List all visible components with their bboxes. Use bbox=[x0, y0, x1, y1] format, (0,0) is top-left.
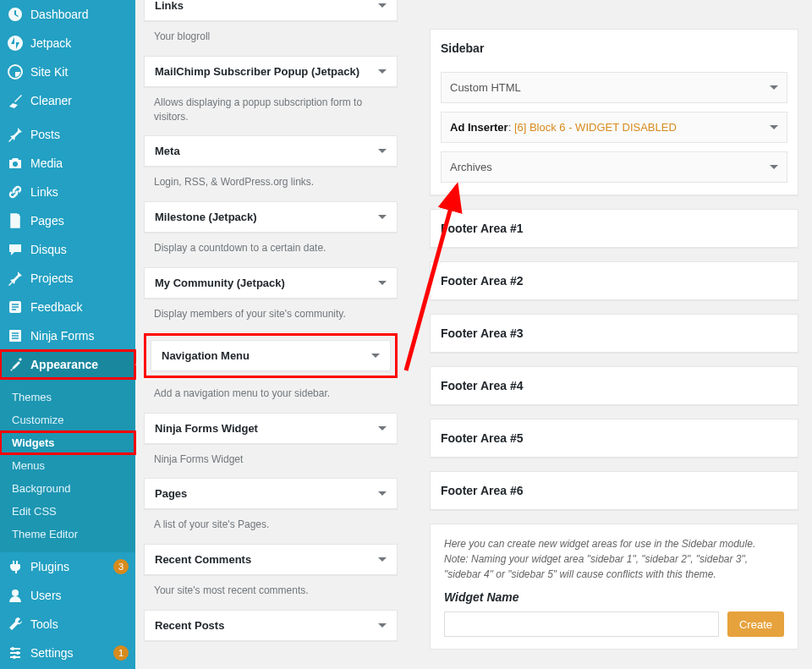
widget-area-title: Footer Area #2 bbox=[441, 274, 524, 288]
sidebar-item-plugins[interactable]: Plugins3 bbox=[0, 552, 135, 581]
available-widgets-column: LinksYour blogrollMailChimp Subscriber P… bbox=[144, 0, 398, 641]
appearance-submenu: ThemesCustomizeWidgetsMenusBackgroundEdi… bbox=[0, 379, 135, 552]
available-widget: Meta bbox=[144, 135, 398, 167]
sidebar-item-posts[interactable]: Posts bbox=[0, 120, 135, 149]
sidebar-item-media[interactable]: Media bbox=[0, 149, 135, 178]
available-widget-toggle[interactable]: Links bbox=[145, 0, 397, 20]
sidebar-item-ninja-forms[interactable]: Ninja Forms bbox=[0, 321, 135, 350]
update-count-badge: 3 bbox=[113, 559, 129, 574]
widget-name-input[interactable] bbox=[444, 611, 719, 637]
sidebar-item-users[interactable]: Users bbox=[0, 581, 135, 610]
available-widget: My Community (Jetpack) bbox=[144, 267, 398, 299]
widget-description: A list of your site's Pages. bbox=[144, 509, 398, 544]
sidebar-item-label: Jetpack bbox=[30, 36, 129, 50]
available-widget-toggle[interactable]: Ninja Forms Widget bbox=[145, 414, 397, 443]
available-widget-toggle[interactable]: Milestone (Jetpack) bbox=[145, 202, 397, 232]
submenu-item-customize[interactable]: Customize bbox=[0, 409, 135, 431]
chevron-down-icon bbox=[378, 69, 387, 74]
jetpack-icon bbox=[7, 35, 24, 52]
placed-widget[interactable]: Archives bbox=[441, 151, 787, 183]
widget-area-title: Footer Area #1 bbox=[441, 222, 524, 235]
pin-icon bbox=[7, 270, 24, 287]
svg-point-0 bbox=[8, 36, 23, 51]
sidebar-item-cleaner[interactable]: Cleaner bbox=[0, 86, 135, 115]
sidebar-item-settings[interactable]: Settings1 bbox=[0, 639, 135, 667]
widget-area-title: Footer Area #6 bbox=[441, 484, 524, 497]
submenu-item-menus[interactable]: Menus bbox=[0, 454, 135, 477]
sidebar-item-label: Cleaner bbox=[30, 94, 129, 107]
widget-area-toggle[interactable]: Footer Area #4 bbox=[431, 367, 798, 404]
svg-point-7 bbox=[11, 647, 14, 650]
widget-title: Navigation Menu bbox=[162, 349, 250, 362]
available-widget-toggle[interactable]: Recent Comments bbox=[145, 545, 397, 574]
widget-area-toggle[interactable]: Footer Area #1 bbox=[431, 210, 798, 247]
widget-area-footer: Footer Area #3 bbox=[430, 314, 798, 353]
chevron-down-icon bbox=[770, 85, 778, 90]
sidebar-item-pages[interactable]: Pages bbox=[0, 206, 135, 235]
chevron-down-icon bbox=[378, 149, 387, 153]
widget-description: Your site's most recent comments. bbox=[144, 575, 398, 610]
sidebar-item-appearance[interactable]: Appearance bbox=[0, 350, 135, 379]
svg-point-8 bbox=[16, 651, 19, 655]
g-icon bbox=[7, 63, 24, 80]
widget-description: Your blogroll bbox=[144, 21, 398, 56]
highlighted-widget-frame: Navigation Menu bbox=[144, 333, 398, 378]
sidebar-item-projects[interactable]: Projects bbox=[0, 264, 135, 293]
submenu-item-theme-editor[interactable]: Theme Editor bbox=[0, 523, 135, 546]
sidebar-item-dashboard[interactable]: Dashboard bbox=[0, 0, 135, 29]
available-widget-toggle[interactable]: Recent Posts bbox=[145, 611, 397, 640]
placed-widget-label: Archives bbox=[450, 161, 492, 173]
chevron-down-icon bbox=[371, 354, 380, 358]
sidebar-item-jetpack[interactable]: Jetpack bbox=[0, 29, 135, 58]
svg-point-2 bbox=[13, 162, 18, 167]
sidebar-item-label: Projects bbox=[30, 271, 129, 285]
placed-widget[interactable]: Custom HTML bbox=[441, 72, 787, 103]
submenu-item-themes[interactable]: Themes bbox=[0, 386, 135, 409]
widget-description: Login, RSS, & WordPress.org links. bbox=[144, 167, 398, 201]
sidebar-item-label: Tools bbox=[30, 617, 129, 631]
widget-title: Recent Posts bbox=[155, 619, 224, 632]
comment-icon bbox=[7, 241, 24, 258]
widget-title: Ninja Forms Widget bbox=[155, 422, 258, 435]
available-widget: Ninja Forms Widget bbox=[144, 413, 398, 444]
camera-icon bbox=[7, 155, 24, 172]
available-widget-toggle[interactable]: MailChimp Subscriber Popup (Jetpack) bbox=[145, 57, 397, 86]
submenu-item-background[interactable]: Background bbox=[0, 477, 135, 500]
create-note-line2: Note: Naming your widget area "sidebar 1… bbox=[444, 551, 784, 582]
placed-widget[interactable]: Ad Inserter: [6] Block 6 - WIDGET DISABL… bbox=[441, 112, 787, 143]
available-widget-toggle[interactable]: My Community (Jetpack) bbox=[145, 268, 397, 298]
widget-area-title: Footer Area #4 bbox=[441, 379, 524, 392]
widget-area-footer: Footer Area #1 bbox=[430, 209, 798, 248]
widget-description: Display members of your site's community… bbox=[144, 299, 398, 333]
available-widget-toggle[interactable]: Navigation Menu bbox=[151, 341, 390, 370]
widget-area-title: Sidebar bbox=[441, 41, 484, 55]
user-icon bbox=[7, 587, 24, 604]
create-widget-area-panel: Here you can create new widget areas for… bbox=[430, 524, 798, 650]
available-widget-toggle[interactable]: Pages bbox=[145, 479, 397, 508]
widget-area-toggle[interactable]: Footer Area #2 bbox=[431, 262, 798, 299]
widget-title: Recent Comments bbox=[155, 553, 251, 566]
wrench-icon bbox=[7, 616, 24, 633]
chevron-down-icon bbox=[378, 215, 387, 219]
submenu-item-edit-css[interactable]: Edit CSS bbox=[0, 500, 135, 523]
available-widget-toggle[interactable]: Meta bbox=[145, 136, 397, 166]
widget-area-title: Footer Area #5 bbox=[441, 431, 524, 445]
brush-icon bbox=[7, 356, 24, 373]
form-icon bbox=[7, 327, 24, 344]
widget-area-sidebar-toggle[interactable]: Sidebar bbox=[431, 30, 798, 67]
widget-area-toggle[interactable]: Footer Area #6 bbox=[431, 472, 798, 509]
chevron-down-icon bbox=[770, 125, 778, 129]
sidebar-item-links[interactable]: Links bbox=[0, 178, 135, 206]
sidebar-item-site-kit[interactable]: Site Kit bbox=[0, 58, 135, 86]
widget-description: Ninja Forms Widget bbox=[144, 444, 398, 479]
widget-area-toggle[interactable]: Footer Area #3 bbox=[431, 315, 798, 352]
widget-area-toggle[interactable]: Footer Area #5 bbox=[431, 419, 798, 457]
sidebar-item-disqus[interactable]: Disqus bbox=[0, 235, 135, 264]
submenu-item-widgets[interactable]: Widgets bbox=[0, 431, 135, 454]
sidebar-item-feedback[interactable]: Feedback bbox=[0, 293, 135, 321]
sidebar-item-tools[interactable]: Tools bbox=[0, 610, 135, 639]
sidebar-item-label: Posts bbox=[30, 128, 129, 141]
chevron-down-icon bbox=[378, 3, 387, 8]
create-button[interactable]: Create bbox=[727, 611, 784, 637]
widget-description: Allows displaying a popup subscription f… bbox=[144, 87, 398, 136]
